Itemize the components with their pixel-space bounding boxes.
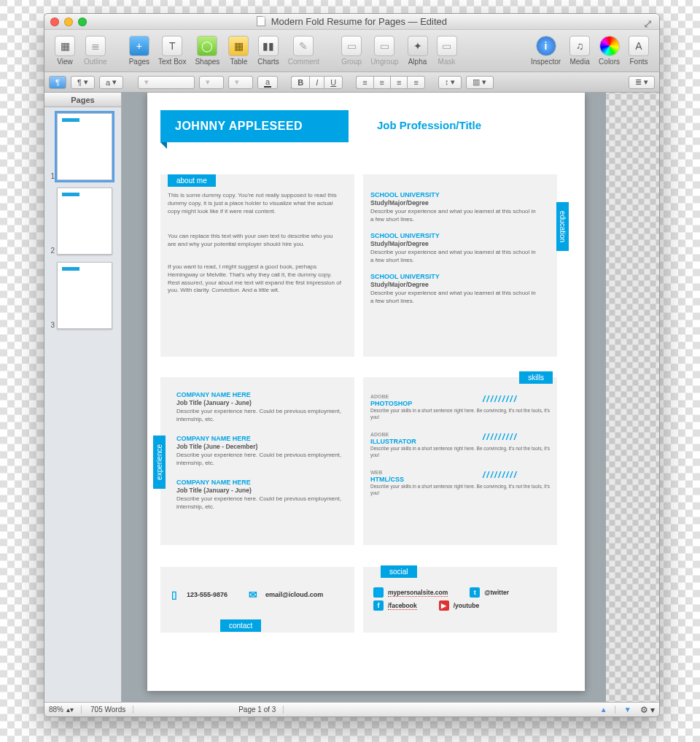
page-thumbnail-2[interactable]	[57, 188, 112, 255]
inspector-label: Inspector	[531, 58, 561, 66]
text-color-picker[interactable]: a	[257, 76, 278, 89]
page-thumbnail-1[interactable]	[57, 113, 112, 180]
colors-button[interactable]: Colors	[594, 34, 624, 67]
table-label: Table	[230, 58, 247, 66]
charts-label: Charts	[257, 58, 279, 66]
school-desc[interactable]: Describe your experience and what you le…	[370, 290, 538, 306]
skill-name[interactable]: PHOTOSHOP	[370, 399, 412, 408]
about-paragraph[interactable]: You can replace this text with your own …	[168, 233, 341, 249]
job-role[interactable]: Job Title (January - June)	[176, 399, 252, 407]
font-size-picker[interactable]: ▾	[228, 76, 253, 89]
settings-gear-icon[interactable]: ⚙ ▾	[640, 705, 655, 715]
company-name[interactable]: COMPANY NAME HERE	[176, 478, 251, 487]
document-canvas[interactable]: JOHNNY APPLESEED Job Profession/Title ab…	[122, 93, 659, 702]
fonts-button[interactable]: AFonts	[624, 34, 653, 67]
align-justify-button[interactable]: ≡	[407, 76, 424, 89]
degree[interactable]: Study/Major/Degree	[370, 199, 429, 207]
media-button[interactable]: ♫Media	[565, 34, 594, 67]
page-thumbnail-3[interactable]	[57, 262, 112, 329]
ungroup-button: ▭Ungroup	[366, 34, 402, 67]
school-name[interactable]: SCHOOL UNIVERSITY	[370, 190, 440, 199]
table-button[interactable]: ▦Table	[224, 34, 253, 67]
outline-icon: ≣	[85, 36, 106, 56]
nav-down-button[interactable]: ▼	[624, 706, 631, 714]
social-grid[interactable]: 🌐mypersonalsite.com t@twitter f/facebook…	[373, 587, 509, 614]
view-button[interactable]: ▦View	[50, 34, 79, 67]
skill-bars-icon: /////////	[483, 393, 518, 405]
font-style-picker[interactable]: ▾	[199, 76, 224, 89]
skill-desc[interactable]: Describe your skills in a short sentence…	[370, 408, 550, 421]
zoom-picker[interactable]: 88% ▴▾	[49, 706, 82, 714]
line-spacing-button[interactable]: ↕ ▾	[438, 76, 462, 89]
name-banner[interactable]: JOHNNY APPLESEED	[160, 110, 349, 142]
inspector-button[interactable]: iInspector	[526, 34, 565, 67]
company-name[interactable]: COMPANY NAME HERE	[176, 390, 251, 399]
job-desc[interactable]: Describe your experience here. Could be …	[176, 452, 341, 468]
close-button[interactable]	[50, 18, 59, 26]
charts-button[interactable]: ▮▮Charts	[253, 34, 283, 67]
job-title[interactable]: Job Profession/Title	[377, 119, 481, 131]
textbox-button[interactable]: TText Box	[154, 34, 190, 67]
italic-button[interactable]: I	[309, 76, 324, 89]
window-title: Modern Fold Resume for Pages — Edited	[44, 16, 659, 27]
email-address: email@icloud.com	[265, 591, 323, 598]
view-label: View	[57, 58, 73, 66]
twitter-icon: t	[470, 587, 480, 598]
media-label: Media	[569, 58, 589, 66]
ungroup-icon: ▭	[374, 36, 394, 56]
company-name[interactable]: COMPANY NAME HERE	[176, 434, 251, 443]
school-name[interactable]: SCHOOL UNIVERSITY	[370, 272, 440, 281]
fullscreen-icon[interactable]: ⤢	[643, 17, 653, 27]
skill-desc[interactable]: Describe your skills in a short sentence…	[370, 446, 550, 459]
alpha-button[interactable]: ✦Alpha	[403, 34, 432, 67]
job-desc[interactable]: Describe your experience here. Could be …	[176, 408, 341, 424]
school-desc[interactable]: Describe your experience and what you le…	[370, 249, 538, 265]
list-style-picker[interactable]: a ▾	[99, 76, 123, 89]
group-button: ▭Group	[337, 34, 366, 67]
degree[interactable]: Study/Major/Degree	[370, 281, 429, 289]
job-desc[interactable]: Describe your experience here. Could be …	[176, 495, 341, 511]
job-role[interactable]: Job Title (June - December)	[176, 443, 257, 451]
show-para-marks-button[interactable]: ¶	[49, 76, 66, 89]
shapes-button[interactable]: ◯Shapes	[190, 34, 224, 67]
columns-button[interactable]: ▥ ▾	[466, 76, 493, 89]
status-bar: 88% ▴▾ 705 Words Page 1 of 3 ▲ ▼ ⚙ ▾	[44, 702, 659, 716]
page-indicator[interactable]: Page 1 of 3	[238, 706, 284, 714]
align-right-button[interactable]: ≡	[390, 76, 407, 89]
bold-button[interactable]: B	[291, 76, 309, 89]
skills-tag[interactable]: skills	[519, 371, 553, 384]
font-family-picker[interactable]: ▾	[138, 76, 195, 89]
list-button[interactable]: ≣ ▾	[629, 76, 655, 89]
align-left-button[interactable]: ≡	[356, 76, 373, 89]
experience-tag[interactable]: experience	[153, 436, 166, 489]
job-role[interactable]: Job Title (January - June)	[176, 487, 252, 495]
para-style-picker[interactable]: ¶ ▾	[71, 76, 95, 89]
phone-number: 123-555-9876	[187, 591, 228, 598]
contact-row[interactable]: ▯ 123-555-9876 ✉ email@icloud.com	[169, 589, 323, 600]
word-count[interactable]: 705 Words	[90, 706, 133, 714]
underline-button[interactable]: U	[324, 76, 343, 89]
degree[interactable]: Study/Major/Degree	[370, 240, 429, 248]
align-center-button[interactable]: ≡	[373, 76, 390, 89]
page-1[interactable]: JOHNNY APPLESEED Job Profession/Title ab…	[147, 93, 585, 691]
skill-desc[interactable]: Describe your skills in a short sentence…	[370, 484, 550, 497]
alpha-label: Alpha	[408, 58, 427, 66]
about-paragraph[interactable]: This is some dummy copy. You're not real…	[168, 192, 341, 215]
minimize-button[interactable]	[64, 18, 73, 26]
school-name[interactable]: SCHOOL UNIVERSITY	[370, 231, 440, 240]
contact-tag[interactable]: contact	[220, 619, 261, 632]
table-icon: ▦	[228, 36, 249, 56]
inspector-icon: i	[536, 36, 556, 56]
about-tag[interactable]: about me	[168, 174, 216, 187]
pages-button[interactable]: +Pages	[125, 34, 154, 67]
school-desc[interactable]: Describe your experience and what you le…	[370, 208, 538, 224]
about-paragraph[interactable]: If you want to read, I might suggest a g…	[168, 263, 341, 295]
education-tag[interactable]: education	[556, 202, 569, 251]
nav-up-button[interactable]: ▲	[600, 706, 615, 714]
youtube-icon: ▶	[439, 600, 449, 611]
social-tag[interactable]: social	[381, 565, 417, 578]
skill-name[interactable]: ILLUSTRATOR	[370, 437, 416, 446]
skill-name[interactable]: HTML/CSS	[370, 475, 404, 484]
zoom-button[interactable]	[78, 18, 87, 26]
mask-label: Mask	[438, 58, 456, 66]
